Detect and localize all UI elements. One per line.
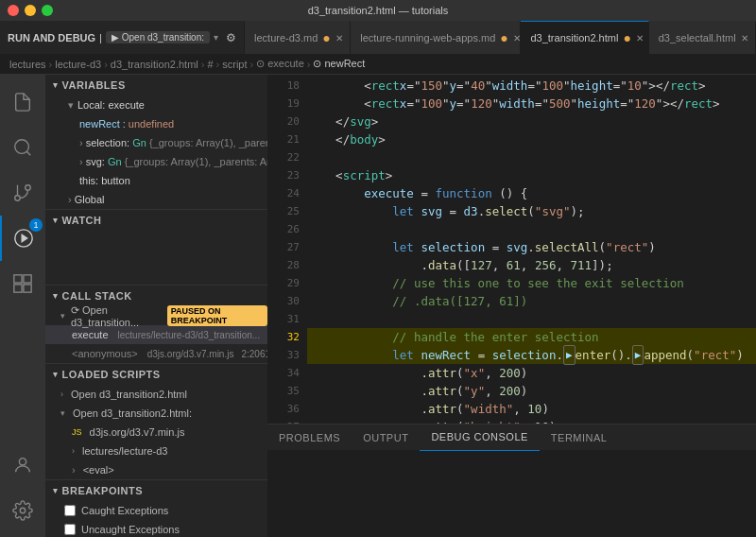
script-label: d3js.org/d3.v7.min.js (90, 426, 185, 438)
uncaught-exceptions-checkbox[interactable] (64, 524, 76, 535)
callstack-title: CALL STACK (62, 290, 132, 302)
breadcrumb-item[interactable]: lecture-d3 (55, 59, 101, 70)
line-number: 21 (267, 130, 300, 148)
account-icon[interactable] (0, 442, 45, 488)
global-var[interactable]: › Global (45, 190, 267, 209)
code-line-24: execute = function () { (307, 184, 756, 202)
svg-var[interactable]: › svg: Gn {_groups: Array(1), _parents: … (45, 152, 267, 171)
activity-bar: 1 (0, 75, 45, 537)
breadcrumb-separator: › (216, 59, 220, 70)
callstack-thread[interactable]: ▾ ⟳ Open d3_transition... PAUSED ON BREA… (45, 306, 267, 325)
minimize-button[interactable] (25, 5, 36, 16)
extensions-icon[interactable] (0, 261, 45, 306)
breadcrumb-item[interactable]: # (207, 59, 213, 70)
tab-debug-console[interactable]: DEBUG CONSOLE (420, 424, 539, 451)
run-debug-tab[interactable]: RUN AND DEBUG | ▶ Open d3_transition: ▾ … (0, 21, 245, 54)
debug-icon[interactable]: 1 (0, 216, 45, 261)
breakpoints-section: ▾ BREAKPOINTS Caught Exceptions Uncaught… (45, 480, 267, 537)
script-label: lectures/lecture-d3 (82, 445, 168, 457)
code-line-21: </body> (307, 130, 756, 148)
line-number: 28 (267, 256, 300, 274)
script-d3js[interactable]: JS d3js.org/d3.v7.min.js (45, 423, 267, 442)
selection-var[interactable]: › selection: Gn {_groups: Array(1), _par… (45, 133, 267, 152)
chevron-down-icon: ▾ (53, 370, 59, 379)
search-icon[interactable] (0, 125, 45, 170)
tab-d3-selectall[interactable]: d3_selectall.html ✕ (649, 21, 756, 54)
uncaught-exceptions-item[interactable]: Uncaught Exceptions (45, 520, 267, 537)
breadcrumb-item[interactable]: ⊙ execute (256, 58, 304, 70)
var-value: undefined (129, 118, 174, 130)
callstack-section: ▾ CALL STACK ▾ ⟳ Open d3_transition... P… (45, 286, 267, 364)
breakpoints-header[interactable]: ▾ BREAKPOINTS (45, 480, 267, 501)
modified-indicator: ● (322, 30, 330, 45)
line-numbers: 18 19 20 21 22 23 24 25 26 27 28 29 30 3… (267, 75, 307, 424)
tab-close-icon[interactable]: ✕ (636, 30, 644, 45)
caught-exceptions-item[interactable]: Caught Exceptions (45, 501, 267, 520)
chevron-down-icon[interactable]: ▾ (214, 32, 218, 43)
line-number: 29 (267, 274, 300, 292)
code-line-19: <rect x="100" y="120" width="500" height… (307, 95, 756, 113)
settings-icon[interactable] (0, 488, 45, 533)
tab-lecture-d3[interactable]: lecture-d3.md ● ✕ (245, 21, 351, 54)
variables-header[interactable]: ▾ VARIABLES (45, 75, 267, 95)
script-lectures[interactable]: › lectures/lecture-d3 (45, 442, 267, 460)
settings-icon[interactable]: ⚙ (226, 31, 236, 44)
breadcrumb-item[interactable]: script (222, 59, 247, 70)
line-number: 26 (267, 220, 300, 238)
caught-exceptions-checkbox[interactable] (64, 505, 76, 516)
callstack-frame-anon[interactable]: <anonymous> d3js.org/d3.v7.min.js 2:2061… (45, 344, 267, 363)
script-open-d3[interactable]: › Open d3_transition2.html (45, 385, 267, 404)
watch-header[interactable]: ▾ WATCH (45, 210, 267, 231)
tab-problems[interactable]: PROBLEMS (267, 424, 352, 451)
frame-location: d3js.org/d3.v7.min.js (147, 349, 234, 359)
chevron-down-icon: ▾ (53, 80, 59, 90)
var-label: Global (75, 194, 105, 205)
code-content[interactable]: <rect x="150" y="40" width="100" height=… (307, 75, 756, 424)
main-layout: 1 ▾ VARIABLES ▾ Local: execute newRect (0, 75, 756, 537)
window-title: d3_transition2.html — tutorials (308, 5, 449, 16)
tab-close-icon[interactable]: ✕ (335, 30, 343, 45)
close-button[interactable] (8, 5, 19, 16)
debug-hover2: ▶ (632, 345, 644, 365)
this-var[interactable]: this: button (45, 171, 267, 190)
svg-point-11 (19, 459, 26, 465)
newrect-var[interactable]: newRect : undefined (45, 114, 267, 133)
svg-marker-6 (22, 234, 27, 241)
chevron-down-icon: ▾ (53, 216, 59, 225)
bottom-panel: PROBLEMS OUTPUT DEBUG CONSOLE TERMINAL (267, 424, 756, 537)
open-config-label[interactable]: ▶ Open d3_transition: (106, 31, 210, 43)
explorer-icon[interactable] (0, 79, 45, 125)
breadcrumb-item[interactable]: ⊙ newRect (313, 58, 365, 70)
paused-badge: PAUSED ON BREAKPOINT (167, 305, 267, 326)
line-number: 27 (267, 238, 300, 256)
script-eval[interactable]: › <eval> (45, 460, 267, 479)
caught-exceptions-label: Caught Exceptions (81, 505, 168, 516)
tab-close-icon[interactable]: ✕ (513, 30, 521, 45)
panel-content[interactable] (267, 451, 756, 537)
breadcrumb-item[interactable]: d3_transition2.html (111, 59, 198, 70)
line-number: 30 (267, 292, 300, 310)
breadcrumb-item[interactable]: lectures (9, 59, 46, 70)
script-open-d3-expanded[interactable]: ▾ Open d3_transition2.html: (45, 404, 267, 423)
loaded-scripts-header[interactable]: ▾ LOADED SCRIPTS (45, 364, 267, 385)
tab-d3-transition2[interactable]: d3_transition2.html ● ✕ (521, 21, 648, 54)
local-execute-item[interactable]: ▾ Local: execute (45, 95, 267, 114)
breadcrumb-separator: › (201, 59, 205, 70)
code-editor[interactable]: 18 19 20 21 22 23 24 25 26 27 28 29 30 3… (267, 75, 756, 424)
frame-location: lectures/lecture-d3/d3_transition... (118, 330, 261, 340)
tab-terminal[interactable]: TERMINAL (540, 424, 619, 451)
tab-close-icon[interactable]: ✕ (741, 30, 748, 45)
tab-lecture-running[interactable]: lecture-running-web-apps.md ● ✕ (351, 21, 521, 54)
title-bar: d3_transition2.html — tutorials (0, 0, 756, 21)
callstack-frame-execute[interactable]: execute lectures/lecture-d3/d3_transitio… (45, 325, 267, 344)
svg-point-0 (15, 140, 29, 154)
tab-label: d3_selectall.html (659, 32, 736, 43)
maximize-button[interactable] (42, 5, 53, 16)
frame-name: execute (72, 329, 109, 340)
line-number: 36 (267, 400, 300, 418)
breadcrumb-separator: › (104, 59, 108, 70)
code-line-26 (307, 220, 756, 238)
script-label: Open d3_transition2.html (71, 389, 187, 400)
source-control-icon[interactable] (0, 170, 45, 216)
tab-output[interactable]: OUTPUT (352, 424, 420, 451)
